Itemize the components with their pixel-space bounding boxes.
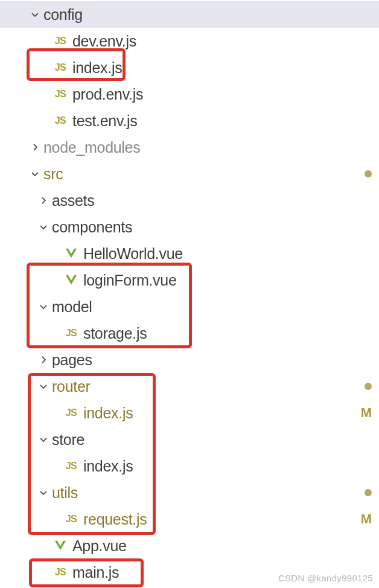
js-badge-text: JS: [55, 115, 66, 126]
file-label: dev.env.js: [72, 33, 136, 50]
js-file-icon: JS: [52, 567, 69, 578]
folder-row[interactable]: store: [0, 426, 379, 453]
folder-row[interactable]: pages: [0, 347, 379, 373]
chevron-right-icon[interactable]: [37, 196, 49, 205]
js-badge-text: JS: [66, 407, 77, 418]
file-row[interactable]: JSindex.js: [0, 54, 379, 81]
js-file-icon: JS: [63, 328, 80, 339]
file-row[interactable]: JSprod.env.js: [0, 81, 379, 107]
chevron-right-icon[interactable]: [37, 355, 49, 365]
folder-label: config: [43, 6, 83, 24]
file-row[interactable]: JStest.env.js: [0, 107, 379, 134]
folder-label: components: [52, 219, 132, 236]
js-badge-text: JS: [66, 514, 77, 525]
js-file-icon: JS: [63, 514, 80, 525]
chevron-down-icon[interactable]: [29, 169, 41, 179]
watermark-text: CSDN @kandy990125: [278, 573, 373, 583]
status-badge-area: [365, 489, 372, 496]
chevron-down-icon[interactable]: [29, 10, 41, 19]
file-row[interactable]: JSindex.jsM: [0, 400, 379, 426]
file-label: prod.env.js: [72, 86, 143, 103]
file-row[interactable]: App.vue: [0, 532, 379, 559]
folder-label: node_modules: [43, 139, 140, 156]
vue-file-icon: [63, 273, 80, 287]
folder-row[interactable]: utils: [0, 479, 379, 506]
modified-dot-icon: [365, 383, 372, 390]
folder-label: assets: [52, 192, 94, 209]
file-row[interactable]: JSrequest.jsM: [0, 506, 379, 532]
chevron-down-icon[interactable]: [37, 488, 49, 497]
file-row[interactable]: JSdev.env.js: [0, 28, 379, 54]
file-label: HelloWorld.vue: [83, 245, 183, 263]
js-badge-text: JS: [55, 36, 66, 46]
js-badge-text: JS: [66, 461, 77, 471]
js-badge-text: JS: [55, 567, 66, 578]
js-file-icon: JS: [63, 461, 80, 471]
file-row[interactable]: JSstorage.js: [0, 320, 379, 347]
status-badge-area: M: [361, 405, 372, 421]
file-label: index.js: [83, 458, 133, 475]
file-label: request.js: [83, 511, 147, 528]
chevron-down-icon[interactable]: [37, 382, 49, 391]
folder-label: model: [52, 298, 92, 316]
chevron-down-icon[interactable]: [37, 302, 49, 312]
js-file-icon: JS: [52, 115, 69, 126]
status-badge-area: [365, 170, 372, 177]
file-label: main.js: [72, 564, 119, 581]
folder-label: utils: [52, 484, 78, 502]
modified-dot-icon: [365, 170, 372, 177]
status-badge-area: M: [361, 511, 372, 527]
folder-row[interactable]: components: [0, 214, 379, 240]
file-label: test.env.js: [72, 112, 137, 130]
folder-row[interactable]: model: [0, 293, 379, 320]
folder-label: store: [52, 431, 84, 449]
js-badge-text: JS: [55, 89, 66, 100]
js-badge-text: JS: [55, 62, 66, 73]
vue-file-icon: [52, 539, 69, 552]
chevron-right-icon[interactable]: [29, 142, 41, 152]
folder-label: src: [43, 165, 63, 183]
folder-row[interactable]: src: [0, 161, 379, 187]
file-label: loginForm.vue: [83, 272, 177, 289]
file-label: index.js: [83, 404, 133, 422]
js-file-icon: JS: [52, 36, 69, 46]
chevron-down-icon[interactable]: [37, 435, 49, 444]
chevron-down-icon[interactable]: [37, 222, 49, 232]
modified-badge: M: [361, 511, 372, 527]
folder-label: pages: [52, 351, 92, 369]
folder-row[interactable]: assets: [0, 187, 379, 214]
file-label: index.js: [72, 59, 122, 77]
modified-badge: M: [361, 405, 372, 421]
js-file-icon: JS: [63, 407, 80, 418]
status-badge-area: [365, 383, 372, 390]
js-file-icon: JS: [52, 62, 69, 73]
file-row[interactable]: loginForm.vue: [0, 267, 379, 293]
file-label: App.vue: [72, 537, 127, 555]
vue-file-icon: [63, 247, 80, 260]
folder-row[interactable]: router: [0, 373, 379, 400]
folder-row[interactable]: config: [0, 1, 379, 28]
file-tree: configJSdev.env.jsJSindex.jsJSprod.env.j…: [0, 0, 379, 586]
js-badge-text: JS: [66, 328, 77, 339]
folder-label: router: [52, 378, 91, 395]
file-label: storage.js: [83, 325, 147, 342]
folder-row[interactable]: node_modules: [0, 134, 379, 161]
js-file-icon: JS: [52, 89, 69, 100]
modified-dot-icon: [365, 489, 372, 496]
file-row[interactable]: JSindex.js: [0, 453, 379, 479]
file-row[interactable]: HelloWorld.vue: [0, 240, 379, 267]
